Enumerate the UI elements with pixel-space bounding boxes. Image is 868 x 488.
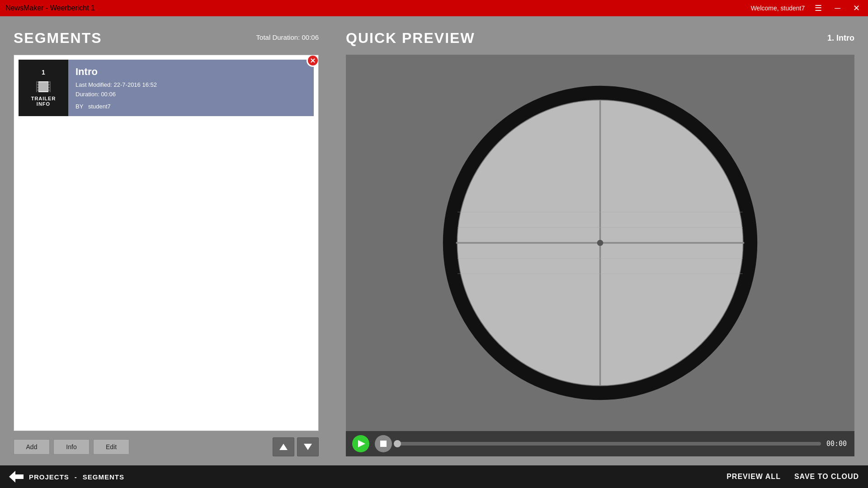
nav-separator: - [75,473,77,481]
title-bar-right: Welcome, student7 ☰ ─ ✕ [751,2,863,14]
segment-name: Intro [75,66,307,78]
move-down-button[interactable] [297,437,319,456]
preview-item-name: 1. Intro [827,33,854,43]
left-panel: SEGMENTS Total Duration: 00:06 1 [0,16,332,465]
last-modified-label: Last Modified: [75,81,112,88]
segments-list[interactable]: 1 TRAILER [14,55,319,431]
trailer-label: TRAILER [31,96,56,101]
svg-rect-3 [37,83,38,84]
svg-rect-9 [48,88,50,89]
time-display: 00:00 [826,440,848,448]
svg-point-23 [597,240,604,246]
arrow-buttons [273,437,319,456]
duration-value: 00:06 [101,91,116,98]
duration-label: Duration: [75,91,99,98]
total-duration: Total Duration: 00:06 [256,33,319,41]
app-title: NewsMaker - Weerbericht 1 [5,4,95,12]
total-duration-label: Total Duration: [256,33,300,41]
segments-title: SEGMENTS [14,30,102,47]
svg-rect-7 [48,83,50,84]
nav-projects[interactable]: PROJECTS [29,473,69,481]
filmstrip-icon [35,79,52,95]
test-card-visual [346,55,854,431]
svg-marker-13 [304,444,312,450]
bottom-bar: PROJECTS - SEGMENTS PREVIEW ALL SAVE TO … [0,465,868,488]
save-to-cloud-button[interactable]: SAVE TO CLOUD [794,473,859,481]
arrow-up-icon [278,442,288,452]
bottom-right-actions: PREVIEW ALL SAVE TO CLOUD [726,473,859,481]
preview-title: QUICK PREVIEW [346,30,475,47]
menu-button[interactable]: ☰ [812,2,825,14]
by-label: BY [75,103,83,110]
segment-details: Intro Last Modified: 22-7-2016 16:52 Dur… [68,60,314,116]
info-button[interactable]: Info [53,439,90,455]
nav-breadcrumb: PROJECTS - SEGMENTS [9,471,124,483]
right-panel: QUICK PREVIEW 1. Intro [332,16,868,465]
svg-rect-6 [37,91,38,92]
segment-number: 1 [42,69,45,76]
main-content: SEGMENTS Total Duration: 00:06 1 [0,16,868,465]
play-icon [358,440,365,447]
svg-marker-12 [279,444,288,450]
progress-bar[interactable] [397,442,821,446]
minimize-button[interactable]: ─ [832,3,843,14]
segment-item[interactable]: 1 TRAILER [19,60,314,116]
video-preview[interactable] [346,55,854,431]
svg-rect-11 [39,82,48,91]
last-modified-value: 22-7-2016 16:52 [114,81,157,88]
svg-marker-24 [9,471,24,483]
info-label: INFO [37,101,50,107]
segment-by: BY student7 [75,103,307,110]
progress-handle[interactable] [394,440,401,447]
stop-button[interactable] [375,435,392,452]
edit-button[interactable]: Edit [93,439,129,455]
stop-icon [380,441,387,447]
welcome-text: Welcome, student7 [751,5,805,12]
arrow-down-icon [303,442,313,452]
nav-segments[interactable]: SEGMENTS [83,473,124,481]
svg-rect-4 [37,85,38,87]
by-value: student7 [88,103,111,110]
title-bar: NewsMaker - Weerbericht 1 Welcome, stude… [0,0,868,16]
svg-rect-8 [48,85,50,87]
total-duration-value: 00:06 [302,33,319,41]
add-button[interactable]: Add [14,439,50,455]
preview-all-button[interactable]: PREVIEW ALL [726,473,781,481]
segments-controls: Add Info Edit [14,437,319,456]
segment-close-button[interactable] [307,55,319,67]
segment-thumbnail: 1 TRAILER [19,60,68,116]
move-up-button[interactable] [273,437,294,456]
close-button[interactable]: ✕ [850,2,863,14]
segments-header: SEGMENTS Total Duration: 00:06 [14,30,319,47]
svg-rect-10 [48,91,50,92]
play-button[interactable] [352,435,369,452]
svg-rect-5 [37,88,38,89]
back-arrow-icon[interactable] [9,471,24,483]
video-controls: 00:00 [346,431,854,456]
preview-header: QUICK PREVIEW 1. Intro [346,30,854,47]
segment-meta: Last Modified: 22-7-2016 16:52 Duration:… [75,80,307,99]
